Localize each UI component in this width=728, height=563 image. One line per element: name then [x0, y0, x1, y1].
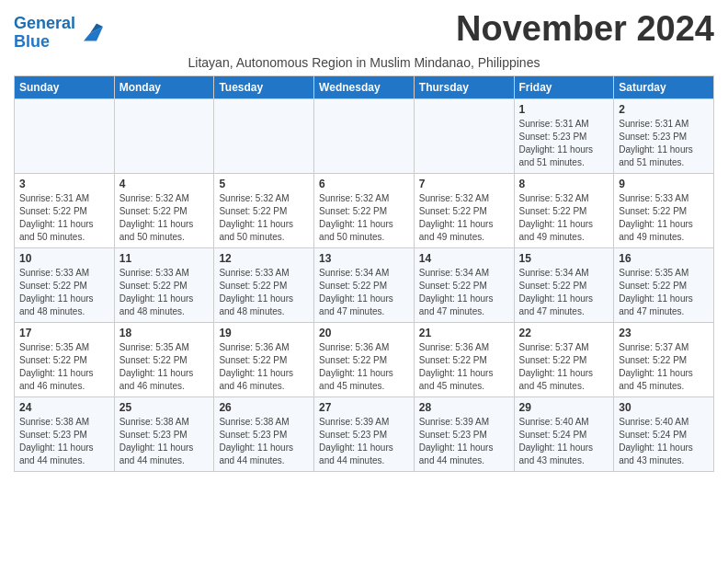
day-info: Sunrise: 5:33 AM Sunset: 5:22 PM Dayligh… [619, 192, 709, 244]
calendar-day: 4Sunrise: 5:32 AM Sunset: 5:22 PM Daylig… [114, 173, 214, 247]
calendar-day: 28Sunrise: 5:39 AM Sunset: 5:23 PM Dayli… [414, 396, 514, 471]
day-info: Sunrise: 5:32 AM Sunset: 5:22 PM Dayligh… [319, 192, 409, 244]
day-info: Sunrise: 5:39 AM Sunset: 5:23 PM Dayligh… [419, 416, 509, 467]
day-number: 8 [519, 178, 609, 190]
logo-blue: Blue [14, 32, 50, 51]
calendar-day: 18Sunrise: 5:35 AM Sunset: 5:22 PM Dayli… [114, 322, 214, 396]
day-info: Sunrise: 5:35 AM Sunset: 5:22 PM Dayligh… [119, 341, 210, 393]
calendar-day: 26Sunrise: 5:38 AM Sunset: 5:23 PM Dayli… [214, 396, 314, 471]
day-info: Sunrise: 5:32 AM Sunset: 5:22 PM Dayligh… [519, 192, 609, 244]
month-title: November 2024 [456, 9, 714, 49]
day-info: Sunrise: 5:40 AM Sunset: 5:24 PM Dayligh… [619, 416, 709, 467]
day-info: Sunrise: 5:32 AM Sunset: 5:22 PM Dayligh… [219, 192, 309, 244]
calendar-day: 17Sunrise: 5:35 AM Sunset: 5:22 PM Dayli… [15, 322, 115, 396]
calendar-day: 11Sunrise: 5:33 AM Sunset: 5:22 PM Dayli… [114, 247, 214, 322]
calendar-day: 27Sunrise: 5:39 AM Sunset: 5:23 PM Dayli… [314, 396, 415, 471]
day-info: Sunrise: 5:40 AM Sunset: 5:24 PM Dayligh… [519, 416, 609, 467]
calendar-day [214, 98, 314, 173]
day-number: 18 [119, 327, 210, 339]
day-number: 15 [519, 252, 609, 265]
day-number: 30 [619, 401, 709, 414]
day-number: 3 [19, 178, 109, 190]
day-number: 27 [319, 401, 409, 414]
day-number: 11 [119, 252, 210, 265]
calendar-table: SundayMondayTuesdayWednesdayThursdayFrid… [14, 75, 714, 472]
calendar-day: 12Sunrise: 5:33 AM Sunset: 5:22 PM Dayli… [214, 247, 314, 322]
day-info: Sunrise: 5:39 AM Sunset: 5:23 PM Dayligh… [319, 416, 409, 467]
day-info: Sunrise: 5:33 AM Sunset: 5:22 PM Dayligh… [219, 267, 309, 318]
day-number: 9 [619, 178, 709, 190]
calendar-day: 3Sunrise: 5:31 AM Sunset: 5:22 PM Daylig… [15, 173, 115, 247]
day-info: Sunrise: 5:32 AM Sunset: 5:22 PM Dayligh… [119, 192, 210, 244]
day-info: Sunrise: 5:36 AM Sunset: 5:22 PM Dayligh… [219, 341, 309, 393]
calendar-day: 9Sunrise: 5:33 AM Sunset: 5:22 PM Daylig… [614, 173, 714, 247]
weekday-header-wednesday: Wednesday [314, 75, 415, 98]
calendar-week-1: 1Sunrise: 5:31 AM Sunset: 5:23 PM Daylig… [15, 98, 714, 173]
calendar-day: 1Sunrise: 5:31 AM Sunset: 5:23 PM Daylig… [514, 98, 614, 173]
day-number: 21 [419, 327, 509, 339]
day-number: 6 [319, 178, 409, 190]
day-number: 10 [19, 252, 109, 265]
calendar-day [414, 98, 514, 173]
logo: General Blue [14, 15, 103, 52]
calendar-day: 19Sunrise: 5:36 AM Sunset: 5:22 PM Dayli… [214, 322, 314, 396]
calendar-week-3: 10Sunrise: 5:33 AM Sunset: 5:22 PM Dayli… [15, 247, 714, 322]
day-info: Sunrise: 5:38 AM Sunset: 5:23 PM Dayligh… [119, 416, 210, 467]
weekday-header-saturday: Saturday [614, 75, 714, 98]
day-info: Sunrise: 5:37 AM Sunset: 5:22 PM Dayligh… [619, 341, 709, 393]
calendar-day: 8Sunrise: 5:32 AM Sunset: 5:22 PM Daylig… [514, 173, 614, 247]
weekday-header-sunday: Sunday [15, 75, 115, 98]
weekday-header-monday: Monday [114, 75, 214, 98]
calendar-day: 5Sunrise: 5:32 AM Sunset: 5:22 PM Daylig… [214, 173, 314, 247]
calendar-day: 6Sunrise: 5:32 AM Sunset: 5:22 PM Daylig… [314, 173, 415, 247]
calendar-day: 30Sunrise: 5:40 AM Sunset: 5:24 PM Dayli… [614, 396, 714, 471]
calendar-day: 15Sunrise: 5:34 AM Sunset: 5:22 PM Dayli… [514, 247, 614, 322]
day-info: Sunrise: 5:37 AM Sunset: 5:22 PM Dayligh… [519, 341, 609, 393]
calendar-day: 23Sunrise: 5:37 AM Sunset: 5:22 PM Dayli… [614, 322, 714, 396]
day-info: Sunrise: 5:31 AM Sunset: 5:22 PM Dayligh… [19, 192, 109, 244]
day-number: 14 [419, 252, 509, 265]
page-header: General Blue November 2024 [14, 9, 714, 52]
weekday-header-row: SundayMondayTuesdayWednesdayThursdayFrid… [15, 75, 714, 98]
day-info: Sunrise: 5:33 AM Sunset: 5:22 PM Dayligh… [119, 267, 210, 318]
logo-icon [77, 20, 103, 46]
calendar-day: 7Sunrise: 5:32 AM Sunset: 5:22 PM Daylig… [414, 173, 514, 247]
day-number: 12 [219, 252, 309, 265]
calendar-day: 10Sunrise: 5:33 AM Sunset: 5:22 PM Dayli… [15, 247, 115, 322]
logo-general: General [14, 14, 75, 32]
calendar-week-2: 3Sunrise: 5:31 AM Sunset: 5:22 PM Daylig… [15, 173, 714, 247]
day-info: Sunrise: 5:38 AM Sunset: 5:23 PM Dayligh… [19, 416, 109, 467]
calendar-day [15, 98, 115, 173]
calendar-day: 13Sunrise: 5:34 AM Sunset: 5:22 PM Dayli… [314, 247, 415, 322]
calendar-day: 22Sunrise: 5:37 AM Sunset: 5:22 PM Dayli… [514, 322, 614, 396]
day-number: 1 [519, 103, 609, 116]
day-number: 20 [319, 327, 409, 339]
day-number: 16 [619, 252, 709, 265]
day-number: 22 [519, 327, 609, 339]
calendar-day [114, 98, 214, 173]
day-number: 13 [319, 252, 409, 265]
day-info: Sunrise: 5:36 AM Sunset: 5:22 PM Dayligh… [319, 341, 409, 393]
day-info: Sunrise: 5:38 AM Sunset: 5:23 PM Dayligh… [219, 416, 309, 467]
day-info: Sunrise: 5:34 AM Sunset: 5:22 PM Dayligh… [319, 267, 409, 318]
calendar-day: 25Sunrise: 5:38 AM Sunset: 5:23 PM Dayli… [114, 396, 214, 471]
day-number: 7 [419, 178, 509, 190]
day-info: Sunrise: 5:31 AM Sunset: 5:23 PM Dayligh… [619, 118, 709, 169]
calendar-day: 20Sunrise: 5:36 AM Sunset: 5:22 PM Dayli… [314, 322, 415, 396]
day-number: 23 [619, 327, 709, 339]
day-info: Sunrise: 5:31 AM Sunset: 5:23 PM Dayligh… [519, 118, 609, 169]
calendar-day: 2Sunrise: 5:31 AM Sunset: 5:23 PM Daylig… [614, 98, 714, 173]
day-number: 28 [419, 401, 509, 414]
calendar-day [314, 98, 415, 173]
day-info: Sunrise: 5:35 AM Sunset: 5:22 PM Dayligh… [19, 341, 109, 393]
day-info: Sunrise: 5:32 AM Sunset: 5:22 PM Dayligh… [419, 192, 509, 244]
day-number: 24 [19, 401, 109, 414]
day-number: 17 [19, 327, 109, 339]
weekday-header-friday: Friday [514, 75, 614, 98]
day-number: 2 [619, 103, 709, 116]
day-info: Sunrise: 5:34 AM Sunset: 5:22 PM Dayligh… [419, 267, 509, 318]
day-number: 4 [119, 178, 210, 190]
calendar-day: 24Sunrise: 5:38 AM Sunset: 5:23 PM Dayli… [15, 396, 115, 471]
calendar-week-5: 24Sunrise: 5:38 AM Sunset: 5:23 PM Dayli… [15, 396, 714, 471]
weekday-header-thursday: Thursday [414, 75, 514, 98]
